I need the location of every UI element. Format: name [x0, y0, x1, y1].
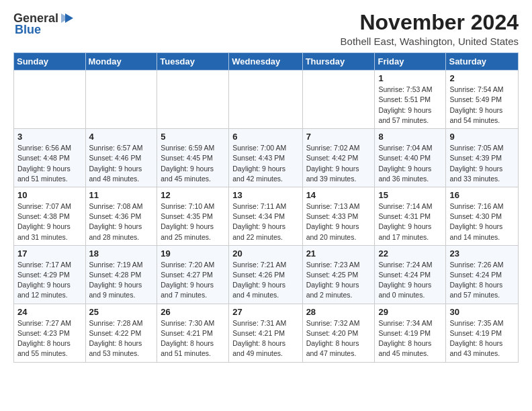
day-info: Sunrise: 6:56 AM Sunset: 4:48 PM Dayligh…: [17, 143, 82, 184]
calendar-cell: [229, 71, 302, 129]
day-info: Sunrise: 7:28 AM Sunset: 4:22 PM Dayligh…: [89, 318, 154, 359]
day-number: 5: [161, 132, 225, 142]
day-number: 10: [17, 190, 82, 200]
day-info: Sunrise: 7:54 AM Sunset: 5:49 PM Dayligh…: [449, 85, 515, 126]
day-info: Sunrise: 7:34 AM Sunset: 4:19 PM Dayligh…: [378, 318, 442, 359]
day-number: 15: [378, 190, 442, 200]
title-block: November 2024 Bothell East, Washington, …: [341, 11, 519, 47]
day-number: 30: [449, 307, 515, 317]
calendar-week-4: 17Sunrise: 7:17 AM Sunset: 4:29 PM Dayli…: [14, 245, 519, 304]
calendar-cell: 5Sunrise: 6:59 AM Sunset: 4:45 PM Daylig…: [157, 129, 229, 187]
calendar-cell: 21Sunrise: 7:23 AM Sunset: 4:25 PM Dayli…: [302, 245, 375, 304]
calendar-cell: [157, 71, 229, 129]
calendar-cell: 3Sunrise: 6:56 AM Sunset: 4:48 PM Daylig…: [14, 129, 86, 187]
logo-blue-text: Blue: [15, 23, 41, 37]
day-number: 11: [89, 190, 154, 200]
day-number: 16: [449, 190, 515, 200]
day-number: 6: [232, 132, 298, 142]
logo: General Blue: [13, 11, 75, 37]
day-info: Sunrise: 7:08 AM Sunset: 4:36 PM Dayligh…: [89, 201, 154, 242]
day-info: Sunrise: 7:04 AM Sunset: 4:40 PM Dayligh…: [378, 143, 442, 184]
day-info: Sunrise: 7:27 AM Sunset: 4:23 PM Dayligh…: [17, 318, 82, 359]
day-number: 25: [89, 307, 154, 317]
day-info: Sunrise: 7:02 AM Sunset: 4:42 PM Dayligh…: [306, 143, 371, 184]
day-info: Sunrise: 7:14 AM Sunset: 4:31 PM Dayligh…: [378, 201, 442, 242]
calendar-cell: [14, 71, 86, 129]
calendar-cell: 6Sunrise: 7:00 AM Sunset: 4:43 PM Daylig…: [229, 129, 302, 187]
calendar-cell: [85, 71, 157, 129]
calendar-cell: 14Sunrise: 7:13 AM Sunset: 4:33 PM Dayli…: [302, 187, 375, 245]
day-number: 14: [306, 190, 371, 200]
day-number: 24: [17, 307, 82, 317]
day-info: Sunrise: 6:59 AM Sunset: 4:45 PM Dayligh…: [161, 143, 225, 184]
calendar-cell: 9Sunrise: 7:05 AM Sunset: 4:39 PM Daylig…: [446, 129, 519, 187]
day-number: 19: [161, 248, 225, 259]
calendar-cell: 4Sunrise: 6:57 AM Sunset: 4:46 PM Daylig…: [85, 129, 157, 187]
calendar-cell: 11Sunrise: 7:08 AM Sunset: 4:36 PM Dayli…: [85, 187, 157, 245]
day-number: 4: [89, 132, 154, 142]
weekday-header-sunday: Sunday: [14, 53, 86, 71]
day-info: Sunrise: 7:35 AM Sunset: 4:19 PM Dayligh…: [449, 318, 515, 359]
day-info: Sunrise: 7:32 AM Sunset: 4:20 PM Dayligh…: [306, 318, 371, 359]
day-number: 20: [232, 248, 298, 259]
calendar-cell: 29Sunrise: 7:34 AM Sunset: 4:19 PM Dayli…: [375, 304, 446, 362]
day-number: 12: [161, 190, 225, 200]
calendar-table: SundayMondayTuesdayWednesdayThursdayFrid…: [13, 52, 519, 362]
day-number: 29: [378, 307, 442, 317]
day-info: Sunrise: 7:05 AM Sunset: 4:39 PM Dayligh…: [449, 143, 515, 184]
day-number: 21: [306, 248, 371, 259]
calendar-cell: 22Sunrise: 7:24 AM Sunset: 4:24 PM Dayli…: [375, 245, 446, 304]
logo-icon: [60, 11, 75, 26]
calendar-cell: 15Sunrise: 7:14 AM Sunset: 4:31 PM Dayli…: [375, 187, 446, 245]
calendar-cell: 8Sunrise: 7:04 AM Sunset: 4:40 PM Daylig…: [375, 129, 446, 187]
day-info: Sunrise: 7:53 AM Sunset: 5:51 PM Dayligh…: [378, 85, 442, 126]
calendar-cell: 30Sunrise: 7:35 AM Sunset: 4:19 PM Dayli…: [446, 304, 519, 362]
day-number: 22: [378, 248, 442, 259]
calendar-cell: 1Sunrise: 7:53 AM Sunset: 5:51 PM Daylig…: [375, 71, 446, 129]
day-number: 3: [17, 132, 82, 142]
day-number: 18: [89, 248, 154, 259]
day-info: Sunrise: 7:16 AM Sunset: 4:30 PM Dayligh…: [449, 201, 515, 242]
calendar-cell: 10Sunrise: 7:07 AM Sunset: 4:38 PM Dayli…: [14, 187, 86, 245]
weekday-header-friday: Friday: [375, 53, 446, 71]
day-info: Sunrise: 7:30 AM Sunset: 4:21 PM Dayligh…: [161, 318, 225, 359]
calendar-cell: 25Sunrise: 7:28 AM Sunset: 4:22 PM Dayli…: [85, 304, 157, 362]
calendar-cell: 12Sunrise: 7:10 AM Sunset: 4:35 PM Dayli…: [157, 187, 229, 245]
day-info: Sunrise: 7:13 AM Sunset: 4:33 PM Dayligh…: [306, 201, 371, 242]
calendar-cell: [302, 71, 375, 129]
day-info: Sunrise: 7:07 AM Sunset: 4:38 PM Dayligh…: [17, 201, 82, 242]
calendar-cell: 13Sunrise: 7:11 AM Sunset: 4:34 PM Dayli…: [229, 187, 302, 245]
calendar-week-5: 24Sunrise: 7:27 AM Sunset: 4:23 PM Dayli…: [14, 304, 519, 362]
calendar-cell: 28Sunrise: 7:32 AM Sunset: 4:20 PM Dayli…: [302, 304, 375, 362]
day-number: 26: [161, 307, 225, 317]
day-number: 7: [306, 132, 371, 142]
day-info: Sunrise: 7:31 AM Sunset: 4:21 PM Dayligh…: [232, 318, 298, 359]
day-info: Sunrise: 7:20 AM Sunset: 4:27 PM Dayligh…: [161, 260, 225, 301]
calendar-cell: 26Sunrise: 7:30 AM Sunset: 4:21 PM Dayli…: [157, 304, 229, 362]
day-number: 28: [306, 307, 371, 317]
day-info: Sunrise: 7:11 AM Sunset: 4:34 PM Dayligh…: [232, 201, 298, 242]
weekday-header-saturday: Saturday: [446, 53, 519, 71]
calendar-cell: 16Sunrise: 7:16 AM Sunset: 4:30 PM Dayli…: [446, 187, 519, 245]
calendar-cell: 19Sunrise: 7:20 AM Sunset: 4:27 PM Dayli…: [157, 245, 229, 304]
day-number: 8: [378, 132, 442, 142]
day-number: 1: [378, 73, 442, 83]
calendar-cell: 18Sunrise: 7:19 AM Sunset: 4:28 PM Dayli…: [85, 245, 157, 304]
calendar-cell: 2Sunrise: 7:54 AM Sunset: 5:49 PM Daylig…: [446, 71, 519, 129]
calendar-cell: 7Sunrise: 7:02 AM Sunset: 4:42 PM Daylig…: [302, 129, 375, 187]
weekday-header-tuesday: Tuesday: [157, 53, 229, 71]
weekday-header-thursday: Thursday: [302, 53, 375, 71]
day-number: 17: [17, 248, 82, 259]
calendar-cell: 23Sunrise: 7:26 AM Sunset: 4:24 PM Dayli…: [446, 245, 519, 304]
day-info: Sunrise: 7:19 AM Sunset: 4:28 PM Dayligh…: [89, 260, 154, 301]
location-title: Bothell East, Washington, United States: [341, 36, 519, 47]
weekday-header-wednesday: Wednesday: [229, 53, 302, 71]
page-header: General Blue November 2024 Bothell East,…: [13, 11, 519, 47]
day-info: Sunrise: 7:10 AM Sunset: 4:35 PM Dayligh…: [161, 201, 225, 242]
calendar-week-1: 1Sunrise: 7:53 AM Sunset: 5:51 PM Daylig…: [14, 71, 519, 129]
weekday-header-monday: Monday: [85, 53, 157, 71]
calendar-week-2: 3Sunrise: 6:56 AM Sunset: 4:48 PM Daylig…: [14, 129, 519, 187]
day-number: 13: [232, 190, 298, 200]
day-info: Sunrise: 7:00 AM Sunset: 4:43 PM Dayligh…: [232, 143, 298, 184]
day-info: Sunrise: 7:26 AM Sunset: 4:24 PM Dayligh…: [449, 260, 515, 301]
